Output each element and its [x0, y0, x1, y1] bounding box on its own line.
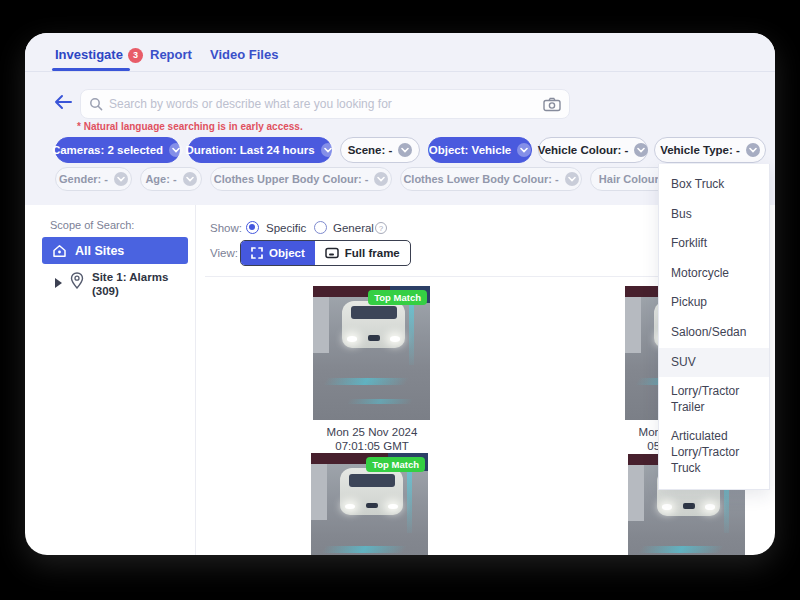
tab-report[interactable]: Report [150, 47, 192, 62]
view-object-label: Object [269, 247, 305, 259]
back-arrow-icon[interactable] [53, 93, 73, 111]
tab-video-files-label: Video Files [210, 47, 278, 62]
filter-gender[interactable]: Gender: - [55, 167, 132, 191]
chevron-down-icon [114, 172, 128, 186]
result-thumbnail-3[interactable]: Top Match [311, 453, 428, 555]
full-frame-icon [325, 247, 339, 259]
filter-age-label: Age: - [145, 173, 176, 185]
filter-clothes-upper[interactable]: Clothes Upper Body Colour: - [210, 167, 392, 191]
top-match-badge: Top Match [368, 290, 427, 305]
view-object-button[interactable]: Object [241, 241, 315, 265]
dropdown-option-lorry-tractor-trailer[interactable]: Lorry/Tractor Trailer [659, 377, 769, 422]
filter-scene-label: Scene: - [348, 144, 393, 156]
chevron-down-icon [321, 143, 335, 157]
result-time: 07:01:05 GMT [335, 440, 409, 452]
sidebar-item-all-sites[interactable]: All Sites [42, 237, 188, 264]
sidebar-divider [195, 205, 196, 555]
tab-video-files[interactable]: Video Files [210, 47, 278, 62]
top-match-badge: Top Match [366, 457, 425, 472]
site1-name: Site 1: Alarms [92, 271, 168, 283]
radio-general[interactable] [314, 221, 327, 234]
filter-clothes-upper-label: Clothes Upper Body Colour: - [214, 173, 369, 185]
cctv-vehicle-image: Top Match [313, 286, 430, 420]
result-thumbnail-1[interactable]: Top Match [313, 286, 430, 420]
dropdown-option-articulated-lorry[interactable]: Articulated Lorry/Tractor Truck [659, 422, 769, 483]
dropdown-option-motorcycle[interactable]: Motorcycle [659, 259, 769, 289]
chevron-down-icon [517, 143, 531, 157]
radio-general-label: General [333, 222, 374, 234]
filter-clothes-lower[interactable]: Clothes Lower Body Colour: - [400, 167, 582, 191]
sidebar-item-site1[interactable]: Site 1: Alarms (309) [55, 270, 195, 298]
filter-clothes-lower-label: Clothes Lower Body Colour: - [403, 173, 558, 185]
dropdown-option-pickup[interactable]: Pickup [659, 288, 769, 318]
location-pin-icon [70, 272, 84, 290]
tab-report-label: Report [150, 47, 192, 62]
search-icon [89, 97, 103, 111]
search-input[interactable] [109, 97, 543, 111]
filter-object-label: Object: Vehicle [429, 144, 511, 156]
site1-label: Site 1: Alarms (309) [92, 270, 168, 298]
filter-object[interactable]: Object: Vehicle [428, 137, 532, 163]
dropdown-option-box-truck[interactable]: Box Truck [659, 170, 769, 200]
tabs-divider [25, 71, 775, 72]
filter-age[interactable]: Age: - [140, 167, 202, 191]
chevron-down-icon [398, 143, 412, 157]
view-full-frame-button[interactable]: Full frame [315, 241, 410, 265]
tab-investigate[interactable]: Investigate3 [55, 47, 143, 63]
chevron-down-icon [565, 172, 579, 186]
result-date: Mon 25 Nov 2024 [327, 426, 418, 438]
early-access-note: * Natural language searching is in early… [77, 121, 303, 132]
filter-vehicle-colour[interactable]: Vehicle Colour: - [538, 137, 648, 163]
chevron-down-icon [374, 172, 388, 186]
dropdown-option-forklift[interactable]: Forklift [659, 229, 769, 259]
radio-specific[interactable] [246, 221, 259, 234]
filter-duration[interactable]: Duration: Last 24 hours [188, 137, 332, 163]
scope-of-search-label: Scope of Search: [50, 219, 134, 231]
all-sites-label: All Sites [75, 244, 124, 258]
chevron-down-icon [746, 143, 760, 157]
home-icon [52, 244, 67, 258]
notification-badge: 3 [128, 48, 143, 63]
filter-duration-label: Duration: Last 24 hours [185, 144, 314, 156]
view-label: View: [210, 247, 238, 259]
filter-cameras-label: Cameras: 2 selected [52, 144, 163, 156]
tab-investigate-label: Investigate [55, 47, 123, 62]
dropdown-option-saloon-sedan[interactable]: Saloon/Sedan [659, 318, 769, 348]
filter-gender-label: Gender: - [59, 173, 108, 185]
expand-arrow-icon[interactable] [55, 278, 62, 288]
chevron-down-icon [634, 143, 648, 157]
view-full-frame-label: Full frame [345, 247, 400, 259]
dropdown-option-bus[interactable]: Bus [659, 200, 769, 230]
radio-specific-label: Specific [266, 222, 306, 234]
app-window: Investigate3 Report Video Files * Natura… [25, 33, 775, 555]
help-icon[interactable]: ? [375, 222, 387, 234]
camera-icon[interactable] [543, 97, 561, 112]
show-label: Show: [210, 222, 242, 234]
filter-vehicle-type[interactable]: Vehicle Type: - [654, 137, 766, 163]
filter-vehicle-type-label: Vehicle Type: - [660, 144, 740, 156]
object-frame-icon [251, 247, 263, 259]
filter-scene[interactable]: Scene: - [340, 137, 420, 163]
search-bar [80, 89, 570, 119]
filter-vehicle-colour-label: Vehicle Colour: - [538, 144, 629, 156]
site1-count: (309) [92, 285, 119, 297]
view-toggle: Object Full frame [240, 240, 411, 266]
result-timestamp-1: Mon 25 Nov 2024 07:01:05 GMT [292, 425, 452, 453]
vehicle-type-dropdown: Box Truck Bus Forklift Motorcycle Pickup… [658, 164, 770, 490]
chevron-down-icon [183, 172, 197, 186]
cctv-vehicle-image: Top Match [311, 453, 428, 555]
dropdown-option-suv[interactable]: SUV [659, 348, 769, 378]
filter-cameras[interactable]: Cameras: 2 selected [55, 137, 180, 163]
